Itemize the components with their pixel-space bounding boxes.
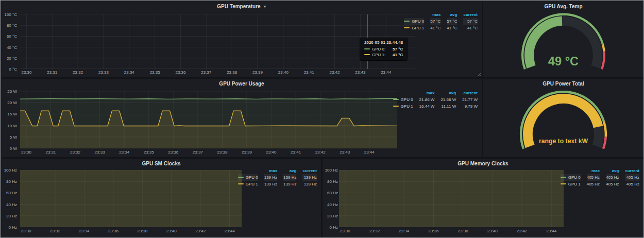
legend-value: 41 °C [463,25,478,31]
legend-value: 139 Hz [302,181,317,188]
x-tick-label: 23:40 [166,229,177,233]
x-tick-label: 23:38 [137,229,147,233]
x-tick-label: 23:37 [201,70,211,75]
y-tick-label: 100 Hz [4,168,17,173]
panel-title-gpu-memory-clocks[interactable]: GPU Memory Clocks [323,161,643,167]
legend-value: 405 Hz [606,174,619,181]
y-axis: 100 °C80 °C60 °C40 °C20 °C0 °C [2,14,18,69]
threshold-arc [604,122,606,137]
legend-series-toggle[interactable]: GPU 0 [561,174,581,181]
x-tick-label: 23:32 [50,229,60,233]
panel-title-gpu-power-total[interactable]: GPU Power Total [483,81,643,87]
legend-series-toggle[interactable]: GPU 0 [404,18,424,25]
x-tick-label: 23:40 [266,150,277,155]
x-tick-label: 23:44 [225,229,235,233]
legend-series-toggle[interactable]: GPU 0 [393,96,413,103]
chart-plot-area[interactable] [20,91,397,148]
y-tick-label: 5 W [10,134,17,139]
legend-value: 21.68 W [440,96,456,103]
legend-series-toggle[interactable]: GPU 0 [238,174,258,181]
x-tick-label: 23:42 [517,229,527,233]
panel-title-gpu-avg-temp[interactable]: GPU Avg. Temp [483,4,643,10]
x-tick-label: 23:42 [315,150,326,155]
legend-header-max[interactable]: max [430,11,440,18]
series-fill-gpu-0 [20,170,242,227]
legend-series-toggle[interactable]: GPU 1 [238,181,258,188]
legend-value: 405 Hz [606,181,619,188]
threshold-arc [603,137,606,149]
x-tick-label: 23:44 [364,150,375,155]
legend-value: 139 Hz [302,174,317,181]
legend-header-avg[interactable]: avg [283,167,296,174]
legend-table: maxavgcurrentGPU 0139 Hz139 Hz139 HzGPU … [238,167,317,188]
legend-header-avg[interactable]: avg [606,167,619,174]
legend-value: 57 °C [463,18,478,25]
gauge-value: 49 °C [548,55,579,68]
panel-gpu-memory-clocks: GPU Memory Clocks 100 Hz80 Hz60 Hz40 Hz2… [323,159,643,237]
legend-header-avg[interactable]: avg [447,11,457,18]
legend-header-current[interactable]: current [462,90,478,96]
legend-value: 405 Hz [587,181,600,188]
x-tick-label: 23:31 [47,70,57,75]
legend-header-current[interactable]: current [302,167,317,174]
temperature-gauge: 49 °C [483,9,643,77]
legend-value: 405 Hz [625,181,639,188]
y-tick-label: 80 Hz [327,179,338,184]
panel-title-gpu-temperature[interactable]: GPU Temperature [2,4,482,10]
y-tick-label: 20 Hz [327,213,338,218]
y-tick-label: 40 Hz [6,202,17,207]
legend-header-current[interactable]: current [625,167,639,174]
gauge-value: range to text kW [539,138,588,145]
y-tick-label: 20 °C [7,56,17,60]
legend-header-max[interactable]: max [587,167,600,174]
x-tick-label: 23:30 [21,150,31,155]
y-tick-label: 80 Hz [6,179,17,184]
x-tick-label: 23:43 [340,150,350,155]
x-tick-label: 23:41 [291,150,301,155]
panel-title-gpu-power-usage[interactable]: GPU Power Usage [2,81,482,87]
x-tick-label: 23:37 [193,150,203,155]
legend-value: 21.86 W [419,96,435,103]
legend-series-toggle[interactable]: GPU 1 [404,25,424,31]
x-tick-label: 23:31 [45,150,56,155]
series-color-dash [561,177,566,178]
chart-plot-area[interactable] [339,170,564,227]
y-tick-label: 0 °C [9,67,17,72]
x-tick-label: 23:32 [73,70,83,75]
legend-header-avg[interactable]: avg [440,90,456,96]
tooltip-series-row: GPU 1:41 °C [364,52,403,58]
x-tick-label: 23:36 [108,229,118,233]
x-tick-label: 23:32 [369,229,380,233]
legend-header-current[interactable]: current [463,11,478,18]
panel-gpu-power-total: GPU Power Total range to text kW [483,79,643,157]
legend-table: maxavgcurrentGPU 0405 Hz405 Hz405 HzGPU … [561,167,639,188]
legend-series-toggle[interactable]: GPU 1 [393,103,413,110]
y-tick-label: 40 °C [7,45,17,49]
panel-resize-handle[interactable] [478,73,481,76]
y-axis: 100 Hz80 Hz60 Hz40 Hz20 Hz0 Hz [2,170,18,227]
x-axis: 23:3023:3223:3423:3623:3823:4023:4223:44 [339,229,564,234]
panel-gpu-sm-clocks: GPU SM Clocks 100 Hz80 Hz60 Hz40 Hz20 Hz… [2,159,321,237]
legend-value: 41 °C [430,25,440,31]
panel-title-text: GPU Temperature [217,4,260,9]
y-tick-label: 100 Hz [325,168,338,173]
x-tick-label: 23:34 [119,150,129,155]
legend-header-max[interactable]: max [419,90,435,96]
x-tick-label: 23:40 [487,229,498,233]
legend-value: 57 °C [430,18,440,25]
series-color-dash [561,183,566,184]
chart-plot-area[interactable] [20,14,415,69]
legend-header-max[interactable]: max [264,167,277,174]
legend-corner [404,11,424,18]
x-tick-label: 23:33 [98,70,109,75]
x-axis: 23:3023:3223:3423:3623:3823:4023:4223:44 [20,229,242,234]
legend-series-toggle[interactable]: GPU 1 [561,181,581,188]
y-axis: 25 W20 W15 W10 W5 W0 W [2,91,18,148]
panel-title-text: GPU Power Total [543,81,584,87]
legend-value: 139 Hz [264,181,277,188]
legend-table: maxavgcurrentGPU 057 °C57 °C57 °CGPU 141… [404,11,478,31]
x-tick-label: 23:42 [195,229,206,233]
panel-title-gpu-sm-clocks[interactable]: GPU SM Clocks [2,161,321,167]
y-tick-label: 20 Hz [6,213,17,218]
chart-plot-area[interactable] [20,170,242,227]
